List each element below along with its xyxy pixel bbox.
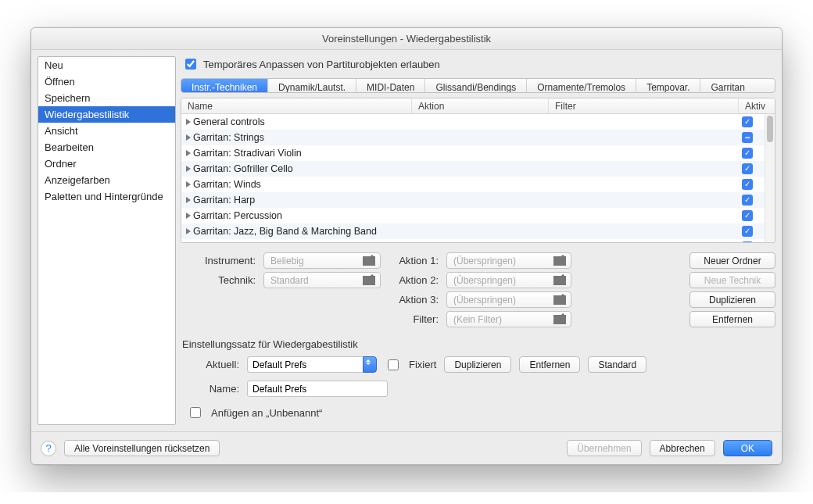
sidebar-item-5[interactable]: Bearbeiten: [38, 139, 175, 155]
name-label: Name:: [181, 383, 239, 395]
reset-all-button[interactable]: Alle Voreinstellungen rücksetzen: [64, 440, 220, 456]
new-technique-button: Neue Technik: [689, 272, 775, 288]
duplicate-button[interactable]: Duplizieren: [689, 291, 775, 308]
dialog-footer: ? Alle Voreinstellungen rücksetzen Übern…: [31, 431, 782, 464]
active-checkbox[interactable]: [742, 116, 753, 127]
tab-1[interactable]: Dynamik/Lautst.: [268, 79, 356, 92]
sidebar-item-6[interactable]: Ordner: [38, 155, 175, 172]
aktion3-label: Aktion 3:: [389, 294, 439, 306]
table-row[interactable]: General controls: [181, 114, 765, 130]
append-checkbox[interactable]: [190, 407, 201, 418]
table-row[interactable]: Garritan: Percussion: [181, 208, 765, 223]
help-button[interactable]: ?: [41, 441, 56, 456]
row-name: Garritan: Winds: [193, 179, 261, 190]
row-name: Garritan: Harp: [193, 195, 255, 206]
table-row[interactable]: Garritan: Strings: [181, 130, 765, 145]
sidebar-item-4[interactable]: Ansicht: [38, 123, 175, 139]
scrollbar-thumb[interactable]: [767, 116, 773, 142]
sidebar-item-8[interactable]: Paletten und Hintergründe: [38, 188, 175, 205]
active-checkbox[interactable]: [742, 148, 753, 159]
filter-label: Filter:: [389, 313, 439, 325]
col-aktiv[interactable]: Aktiv: [739, 98, 775, 113]
aktion1-select[interactable]: (Überspringen): [446, 252, 571, 269]
disclosure-triangle-icon[interactable]: [186, 166, 191, 172]
dialog-title: Voreinstellungen - Wiedergabestilistik: [31, 28, 782, 50]
preset-section-title: Einstellungssatz für Wiedergabestilistik: [182, 338, 775, 350]
technique-table: Name Aktion Filter Aktiv General control…: [181, 98, 775, 243]
table-row[interactable]: Garritan: GM instruments: [181, 239, 765, 242]
instrument-label: Instrument:: [181, 255, 256, 266]
aktion1-label: Aktion 1:: [389, 255, 439, 266]
active-checkbox[interactable]: [742, 132, 753, 143]
disclosure-triangle-icon[interactable]: [186, 197, 191, 203]
active-checkbox[interactable]: [742, 226, 753, 237]
active-checkbox[interactable]: [742, 241, 753, 242]
name-input[interactable]: [247, 381, 388, 397]
aktuell-dropdown-button[interactable]: [363, 356, 377, 373]
table-row[interactable]: Garritan: Gofriller Cello: [181, 161, 765, 177]
remove-button[interactable]: Entfernen: [689, 311, 775, 327]
table-row[interactable]: Garritan: Stradivari Violin: [181, 145, 765, 161]
cancel-button[interactable]: Abbrechen: [650, 440, 715, 456]
sidebar-item-2[interactable]: Speichern: [38, 90, 175, 106]
row-name: Garritan: Gofriller Cello: [193, 163, 293, 174]
preset-duplicate-button[interactable]: Duplizieren: [444, 356, 511, 373]
tab-6[interactable]: Garritan: [700, 79, 754, 92]
tab-3[interactable]: Glissandi/Bendings: [425, 79, 527, 92]
aktion2-select[interactable]: (Überspringen): [446, 272, 571, 288]
instrument-select[interactable]: Beliebig: [263, 252, 381, 269]
technik-select[interactable]: Standard: [263, 272, 381, 288]
active-checkbox[interactable]: [742, 210, 753, 221]
table-scrollbar[interactable]: [765, 114, 775, 242]
tab-0[interactable]: Instr.-Techniken: [181, 79, 268, 92]
sidebar-item-3[interactable]: Wiedergabestilistik: [38, 106, 175, 123]
main-panel: Temporäres Anpassen von Partiturobjekten…: [181, 56, 775, 425]
disclosure-triangle-icon[interactable]: [186, 119, 191, 125]
col-filter[interactable]: Filter: [549, 98, 739, 113]
sidebar-item-0[interactable]: Neu: [38, 57, 175, 73]
disclosure-triangle-icon[interactable]: [186, 213, 191, 219]
tab-5[interactable]: Tempovar.: [636, 79, 700, 92]
aktion3-select[interactable]: (Überspringen): [446, 291, 571, 308]
fixiert-checkbox[interactable]: [388, 359, 399, 370]
append-label: Anfügen an „Unbenannt“: [211, 407, 322, 419]
preset-remove-button[interactable]: Entfernen: [519, 356, 580, 373]
tab-4[interactable]: Ornamente/Tremolos: [527, 79, 636, 92]
disclosure-triangle-icon[interactable]: [186, 181, 191, 188]
row-name: Garritan: Percussion: [193, 210, 282, 221]
preset-standard-button[interactable]: Standard: [588, 356, 646, 373]
row-name: Garritan: Jazz, Big Band & Marching Band: [193, 226, 377, 237]
table-row[interactable]: Garritan: Winds: [181, 177, 765, 192]
row-name: General controls: [193, 116, 265, 127]
tabs: Instr.-TechnikenDynamik/Lautst.MIDI-Date…: [181, 78, 775, 93]
tab-2[interactable]: MIDI-Daten: [356, 79, 425, 92]
sidebar-item-7[interactable]: Anzeigefarben: [38, 172, 175, 188]
col-name[interactable]: Name: [181, 98, 412, 113]
filter-select[interactable]: (Kein Filter): [446, 311, 571, 327]
col-aktion[interactable]: Aktion: [412, 98, 549, 113]
aktuell-input[interactable]: [247, 356, 363, 373]
new-folder-button[interactable]: Neuer Ordner: [689, 252, 775, 269]
table-row[interactable]: Garritan: Jazz, Big Band & Marching Band: [181, 223, 765, 239]
active-checkbox[interactable]: [742, 179, 753, 190]
disclosure-triangle-icon[interactable]: [186, 134, 191, 141]
row-name: Garritan: Stradivari Violin: [193, 148, 302, 159]
ok-button[interactable]: OK: [723, 440, 772, 456]
table-row[interactable]: Garritan: Harp: [181, 192, 765, 208]
active-checkbox[interactable]: [742, 163, 753, 174]
fixiert-label: Fixiert: [409, 359, 436, 370]
active-checkbox[interactable]: [742, 195, 753, 206]
dialog-content: NeuÖffnenSpeichernWiedergabestilistikAns…: [31, 50, 782, 431]
aktion2-label: Aktion 2:: [389, 274, 439, 286]
aktuell-combo[interactable]: [247, 356, 377, 373]
disclosure-triangle-icon[interactable]: [186, 228, 191, 234]
preferences-dialog: Voreinstellungen - Wiedergabestilistik N…: [30, 27, 783, 465]
allow-temp-adjust-checkbox[interactable]: [185, 59, 196, 70]
aktuell-label: Aktuell:: [181, 359, 239, 370]
row-name: Garritan: Strings: [193, 132, 264, 143]
sidebar: NeuÖffnenSpeichernWiedergabestilistikAns…: [38, 56, 176, 425]
disclosure-triangle-icon[interactable]: [186, 150, 191, 156]
row-name: Garritan: GM instruments: [193, 241, 303, 242]
apply-button: Übernehmen: [567, 440, 641, 456]
sidebar-item-1[interactable]: Öffnen: [38, 73, 175, 90]
